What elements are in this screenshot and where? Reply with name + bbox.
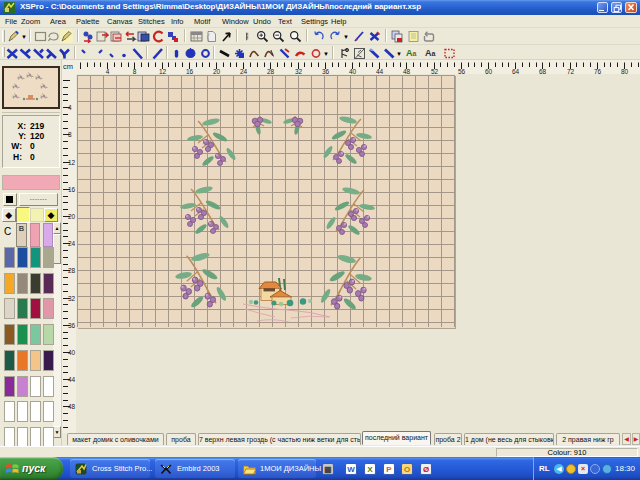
svg-text:12: 12 bbox=[68, 159, 76, 166]
svg-text:16: 16 bbox=[68, 186, 76, 193]
svg-text:32: 32 bbox=[68, 295, 76, 302]
svg-text:28: 28 bbox=[68, 267, 76, 274]
svg-text:44: 44 bbox=[68, 376, 76, 383]
svg-text:4: 4 bbox=[68, 104, 72, 111]
svg-text:24: 24 bbox=[68, 240, 76, 247]
svg-text:36: 36 bbox=[68, 322, 76, 329]
svg-text:40: 40 bbox=[68, 349, 76, 356]
svg-text:48: 48 bbox=[68, 403, 76, 410]
svg-text:8: 8 bbox=[68, 131, 72, 138]
svg-text:20: 20 bbox=[68, 213, 76, 220]
